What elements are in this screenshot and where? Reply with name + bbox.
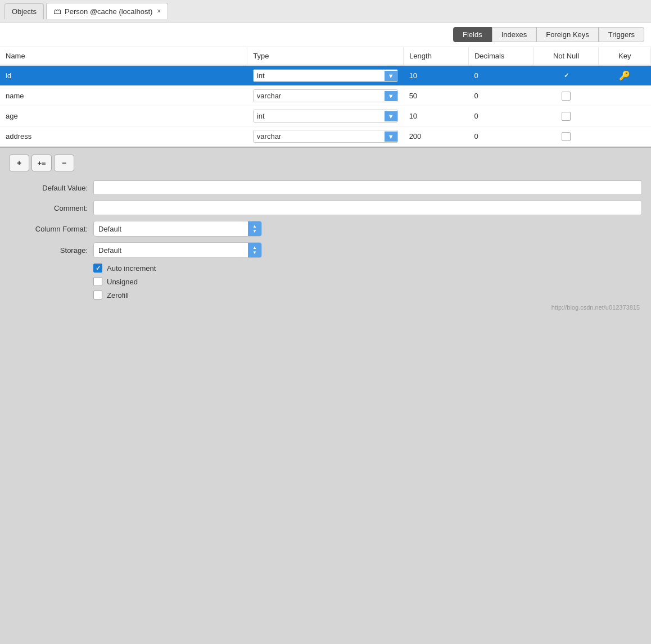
add-field-button[interactable]: +: [9, 155, 29, 171]
arrow-up-icon: ▲: [252, 246, 257, 250]
bottom-panel: + +≡ − Default Value: Comment: Column Fo…: [0, 147, 651, 322]
auto-increment-label: Auto increment: [107, 264, 156, 273]
cell-notnull[interactable]: [534, 65, 599, 86]
tab-bar: Objects 🗃 Person @cache (localhost) ×: [0, 0, 651, 22]
notnull-checkbox[interactable]: [562, 71, 571, 80]
arrow-up-icon: ▲: [252, 224, 257, 229]
default-value-label: Default Value:: [9, 184, 88, 192]
col-header-decimals: Decimals: [468, 47, 534, 65]
col-header-length: Length: [404, 47, 469, 65]
storage-arrows[interactable]: ▲ ▼: [248, 243, 261, 257]
unsigned-row: Unsigned: [9, 277, 642, 286]
cell-type[interactable]: int▼: [247, 65, 404, 86]
notnull-checkbox[interactable]: [562, 112, 571, 121]
type-dropdown-arrow[interactable]: ▼: [385, 131, 397, 142]
close-icon[interactable]: ×: [157, 7, 161, 15]
type-select-text: varchar: [254, 90, 385, 102]
zerofill-label: Zerofill: [107, 291, 129, 300]
table-icon: 🗃: [53, 7, 61, 16]
cell-key: [599, 86, 651, 106]
main-content: Fields Indexes Foreign Keys Triggers Nam…: [0, 22, 651, 147]
zerofill-checkbox[interactable]: [93, 291, 102, 300]
cell-decimals: 0: [468, 65, 534, 86]
cell-decimals: 0: [468, 106, 534, 126]
cell-length: 10: [404, 65, 469, 86]
fields-table: Name Type Length Decimals Not Null Key i…: [0, 47, 651, 147]
cell-key: [599, 126, 651, 147]
cell-length: 50: [404, 86, 469, 106]
col-header-notnull: Not Null: [534, 47, 599, 65]
type-dropdown-arrow[interactable]: ▼: [385, 71, 397, 81]
table-row[interactable]: namevarchar▼500: [0, 86, 651, 106]
storage-value: Default: [94, 246, 248, 255]
remove-field-button[interactable]: −: [54, 155, 74, 171]
cell-key: [599, 106, 651, 126]
table-header-row: Name Type Length Decimals Not Null Key: [0, 47, 651, 65]
table-row[interactable]: addressvarchar▼2000: [0, 126, 651, 147]
unsigned-label: Unsigned: [107, 278, 138, 286]
cell-length: 10: [404, 106, 469, 126]
arrow-down-icon: ▼: [252, 251, 257, 255]
storage-row: Storage: Default ▲ ▼: [9, 242, 642, 258]
column-format-select[interactable]: Default ▲ ▼: [93, 221, 262, 237]
zerofill-row: Zerofill: [9, 291, 642, 300]
type-select-text: int: [254, 110, 385, 122]
table-row[interactable]: idint▼100🔑: [0, 65, 651, 86]
tab-main[interactable]: 🗃 Person @cache (localhost) ×: [46, 3, 168, 19]
tab-objects[interactable]: Objects: [4, 3, 44, 19]
tab-main-label: Person @cache (localhost): [65, 7, 152, 16]
cell-key: 🔑: [599, 65, 651, 86]
tab-indexes[interactable]: Indexes: [492, 27, 537, 42]
add-after-icon: +≡: [37, 159, 46, 167]
toolbar-tabs: Fields Indexes Foreign Keys Triggers: [0, 22, 651, 47]
cell-type[interactable]: int▼: [247, 106, 404, 126]
table-container: Name Type Length Decimals Not Null Key i…: [0, 47, 651, 147]
cell-name: name: [0, 86, 247, 106]
add-field-after-button[interactable]: +≡: [31, 155, 52, 171]
cell-name: id: [0, 65, 247, 86]
cell-name: address: [0, 126, 247, 147]
column-format-label: Column Format:: [9, 225, 88, 233]
cell-notnull[interactable]: [534, 126, 599, 147]
tab-foreign-keys[interactable]: Foreign Keys: [536, 27, 599, 42]
comment-label: Comment:: [9, 204, 88, 212]
comment-input[interactable]: [93, 201, 642, 215]
storage-select[interactable]: Default ▲ ▼: [93, 242, 262, 258]
column-format-row: Column Format: Default ▲ ▼: [9, 221, 642, 237]
column-format-value: Default: [94, 225, 248, 233]
auto-increment-row: Auto increment: [9, 264, 642, 273]
tab-triggers[interactable]: Triggers: [599, 27, 644, 42]
cell-notnull[interactable]: [534, 106, 599, 126]
cell-name: age: [0, 106, 247, 126]
col-header-key: Key: [599, 47, 651, 65]
watermark: http://blog.csdn.net/u012373815: [9, 304, 642, 311]
type-select-text: int: [254, 70, 385, 81]
table-row[interactable]: ageint▼100: [0, 106, 651, 126]
storage-label: Storage:: [9, 246, 88, 255]
cell-decimals: 0: [468, 126, 534, 147]
table-body: idint▼100🔑namevarchar▼500ageint▼100addre…: [0, 65, 651, 147]
type-dropdown-arrow[interactable]: ▼: [385, 111, 397, 121]
notnull-checkbox[interactable]: [562, 92, 571, 101]
default-value-input[interactable]: [93, 180, 642, 195]
cell-length: 200: [404, 126, 469, 147]
cell-type[interactable]: varchar▼: [247, 86, 404, 106]
cell-type[interactable]: varchar▼: [247, 126, 404, 147]
arrow-down-icon: ▼: [252, 229, 257, 234]
cell-notnull[interactable]: [534, 86, 599, 106]
col-header-type: Type: [247, 47, 404, 65]
cell-decimals: 0: [468, 86, 534, 106]
default-value-row: Default Value:: [9, 180, 642, 195]
tab-fields[interactable]: Fields: [453, 27, 492, 42]
comment-row: Comment:: [9, 201, 642, 215]
tab-objects-label: Objects: [12, 7, 37, 16]
col-header-name: Name: [0, 47, 247, 65]
notnull-checkbox[interactable]: [562, 132, 571, 141]
unsigned-checkbox[interactable]: [93, 277, 102, 286]
auto-increment-checkbox[interactable]: [93, 264, 102, 273]
key-icon: 🔑: [619, 71, 630, 80]
action-buttons: + +≡ −: [9, 155, 642, 171]
column-format-arrows[interactable]: ▲ ▼: [248, 221, 261, 236]
type-dropdown-arrow[interactable]: ▼: [385, 91, 397, 101]
type-select-text: varchar: [254, 130, 385, 142]
